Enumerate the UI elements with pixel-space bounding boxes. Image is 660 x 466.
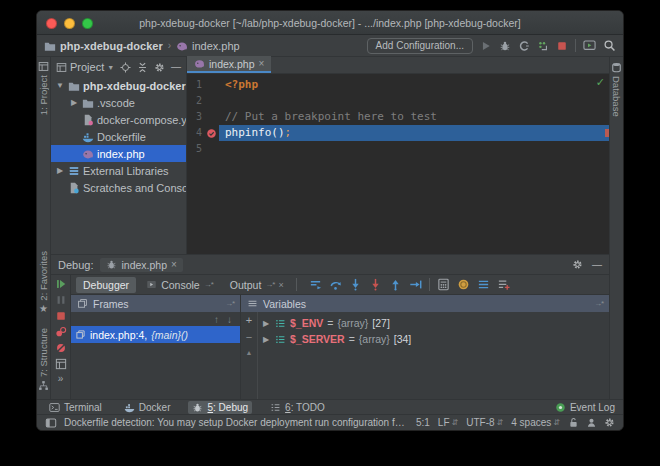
tab-debugger[interactable]: Debugger [76,277,136,293]
resume-icon[interactable] [55,278,67,290]
step-over-icon[interactable] [329,278,342,291]
remove-watch-icon[interactable]: − [246,332,252,343]
toolwindow-tab-structure[interactable]: 7: Structure [38,328,49,391]
hide-debug-panel-icon[interactable]: — [592,260,602,270]
pause-icon[interactable] [55,294,67,306]
tree-expand-icon[interactable]: ▼ [55,81,65,90]
close-tab-icon[interactable]: × [278,280,282,290]
line-number[interactable]: 4 [187,125,204,141]
hide-panel-icon[interactable]: — [171,62,181,72]
toolwindow-button-terminal[interactable]: Terminal [45,401,106,414]
more-icon[interactable]: » [58,374,64,384]
breakpoint-icon[interactable] [206,128,217,139]
evaluate-expression-icon[interactable] [437,278,450,291]
show-execution-point-icon[interactable] [309,278,322,291]
close-session-icon[interactable]: × [171,259,177,270]
locate-icon[interactable] [120,62,131,73]
stack-frame[interactable]: index.php:4, {main}() [71,326,240,343]
toolwindow-tab-project[interactable]: 1: Project [38,61,49,115]
indent-widget[interactable]: 4 spaces⇵ [511,417,560,428]
line-separator-widget[interactable]: LF⇵ [438,417,458,428]
status-message[interactable]: Dockerfile detection: You may setup Dock… [64,417,409,428]
frames-options-icon[interactable]: →* [225,299,234,308]
event-log-button[interactable]: Event Log [555,402,615,413]
line-number[interactable]: 1 [187,77,204,93]
inspections-ok-check-icon[interactable]: ✓ [596,77,605,88]
add-watch-icon[interactable]: + [246,315,252,326]
step-out-icon[interactable] [389,278,402,291]
tree-item--vscode[interactable]: ▶.vscode [51,94,186,111]
toolwindow-button-docker[interactable]: Docker [120,401,175,414]
threads-view-icon[interactable] [477,278,490,291]
code-line-3[interactable]: 3// Put a breakpoint here to test [187,109,609,125]
step-into-icon[interactable] [349,278,362,291]
move-up-icon[interactable]: ▲ [246,349,253,356]
debug-session-tab[interactable]: index.php × [100,258,182,272]
force-step-into-icon[interactable] [369,278,382,291]
toolwindow-toggle-icon[interactable] [45,417,57,429]
tree-item-docker-compose-yml[interactable]: docker-compose.yml [51,111,186,128]
variables-options-icon[interactable]: →* [594,299,603,308]
encoding-widget[interactable]: UTF-8⇵ [466,417,503,428]
debug-icon[interactable] [499,40,511,52]
gutter[interactable] [204,77,219,93]
run-icon[interactable] [480,40,492,52]
tree-expand-icon[interactable]: ▶ [55,166,65,175]
breadcrumb-project[interactable]: php-xdebug-docker [60,40,163,52]
breadcrumb-file[interactable]: index.php [192,40,240,52]
collapse-all-icon[interactable] [137,62,148,73]
tree-item-index-php[interactable]: index.php [51,145,186,162]
mute-breakpoints-icon[interactable] [55,342,67,354]
frame-up-icon[interactable]: ↑ [214,315,219,325]
breakpoint-gutter[interactable] [204,125,219,141]
tree-item-scratches-and-consoles[interactable]: Scratches and Consoles [51,179,186,196]
attach-to-process-icon[interactable] [537,40,549,52]
tree-item-dockerfile[interactable]: Dockerfile [51,128,186,145]
search-everywhere-icon[interactable] [603,39,616,52]
toolwindow-button-todo[interactable]: 6: TODO [266,401,329,414]
code-line-1[interactable]: 1<?php [187,77,609,93]
zoom-window-button[interactable] [82,18,93,29]
gutter[interactable] [204,141,219,157]
run-to-cursor-icon[interactable] [409,278,422,291]
project-panel-title[interactable]: Project [70,61,104,73]
hector-inspections-icon[interactable] [586,417,597,428]
view-breakpoints-icon[interactable] [55,326,67,338]
gear-icon[interactable] [154,62,165,73]
lock-icon[interactable] [568,417,579,428]
add-to-watches-icon[interactable] [497,278,510,291]
toolwindow-button-debug[interactable]: 5: Debug [188,401,252,414]
add-configuration-button[interactable]: Add Configuration... [367,38,473,54]
tree-expand-icon[interactable]: ▶ [69,98,79,107]
frame-down-icon[interactable]: ↓ [227,315,232,325]
tab-console[interactable]: Console→* [139,277,220,293]
stop-icon[interactable] [556,40,568,52]
gear-icon[interactable] [604,417,615,428]
tab-output[interactable]: Output→*× [223,277,290,293]
code-line-5[interactable]: 5 [187,141,609,157]
expand-icon[interactable]: ▶ [263,319,271,328]
minimize-window-button[interactable] [64,18,75,29]
php-console-icon[interactable] [457,278,470,291]
gutter[interactable] [204,109,219,125]
editor-tab-index-php[interactable]: index.php × [187,56,271,73]
caret-position-widget[interactable]: 5:1 [416,417,430,428]
tree-item-php-xdebug-docker[interactable]: ▼php-xdebug-docker~/lab/php- [51,77,186,94]
variable-row[interactable]: ▶$_ENV={array}[27] [258,315,609,331]
line-number[interactable]: 5 [187,141,204,157]
line-number[interactable]: 2 [187,93,204,109]
run-with-coverage-icon[interactable] [518,40,530,52]
pin-tab-icon[interactable]: →* [204,280,213,289]
toolwindow-tab-database[interactable]: Database [611,62,622,117]
close-tab-icon[interactable]: × [259,58,265,69]
variable-row[interactable]: ▶$_SERVER={array}[34] [258,331,609,347]
code-editor[interactable]: 1<?php23// Put a breakpoint here to test… [187,74,609,254]
code-line-2[interactable]: 2 [187,93,609,109]
code-line-4[interactable]: 4phpinfo(); [187,125,609,141]
expand-icon[interactable]: ▶ [263,335,271,344]
gear-icon[interactable] [572,259,583,270]
restore-layout-icon[interactable] [55,358,67,370]
gutter[interactable] [204,93,219,109]
tree-item-external-libraries[interactable]: ▶External Libraries [51,162,186,179]
toolwindow-tab-favorites[interactable]: 2: Favorites ★ [38,251,49,314]
